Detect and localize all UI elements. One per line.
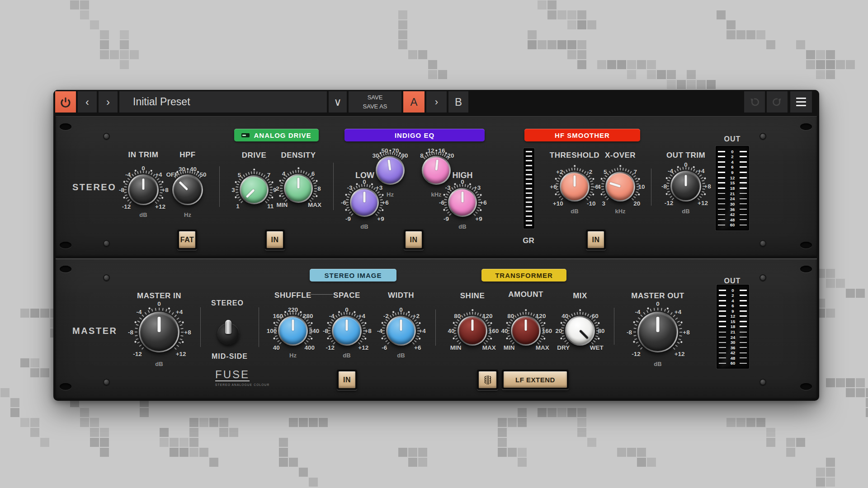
knob-body[interactable] (174, 176, 202, 204)
knob-body[interactable] (387, 317, 415, 344)
section-header-label: TRANSFORMER (495, 272, 553, 279)
tick-label: 0 (656, 300, 660, 307)
meter-scale-number: 12 (727, 314, 739, 319)
meter-scale-number: 60 (727, 361, 739, 366)
preset-name-field[interactable]: Initial Preset (119, 91, 327, 113)
tick-label: +6 (480, 199, 486, 206)
meter-led-right (740, 321, 747, 322)
meter-led-left (718, 198, 725, 199)
meter-led-left (718, 219, 725, 220)
meter-led-left (719, 337, 726, 338)
lf-extend-button[interactable]: LF EXTEND (502, 370, 569, 389)
in-hf-button[interactable]: IN (586, 230, 606, 250)
preset-dropdown-button[interactable]: ∨ (329, 91, 347, 113)
panel-screw (103, 379, 110, 385)
knob-body[interactable] (279, 317, 307, 344)
in-image-button[interactable]: IN (337, 370, 357, 390)
undo-button[interactable] (744, 91, 765, 113)
section-header-transformer: TRANSFORMER (481, 269, 566, 282)
knob-body[interactable] (129, 176, 157, 204)
in-eq-button[interactable]: IN (404, 230, 424, 250)
knob-body[interactable] (672, 172, 700, 200)
knob-body[interactable] (566, 317, 594, 344)
knob-body[interactable] (333, 317, 360, 344)
tick-mark (657, 308, 658, 310)
fat-button[interactable]: FAT (177, 230, 197, 250)
button-face: LF EXTEND (504, 371, 567, 388)
meter-led-left (719, 332, 726, 333)
knob-body[interactable] (512, 317, 539, 344)
tick-label: +3 (474, 184, 481, 191)
knob-body[interactable] (351, 189, 377, 216)
meter-scale-number: 36 (726, 207, 738, 212)
meter-scale-number: 4 (726, 160, 738, 164)
meter-scale-number: 6 (726, 164, 738, 169)
meter-led-left (718, 172, 725, 173)
preset-next-button[interactable]: › (99, 91, 118, 113)
power-button[interactable] (55, 91, 76, 113)
tick-label: +12 (155, 203, 165, 210)
tick-label: 120 (482, 312, 493, 319)
redo-button[interactable] (767, 91, 788, 113)
stereo-midside-toggle[interactable] (216, 319, 241, 345)
meter-led-right (740, 295, 747, 296)
meter-led (526, 174, 532, 175)
knob-body[interactable] (285, 175, 311, 202)
knob-body[interactable] (561, 173, 588, 200)
meter-row: 24 (719, 335, 747, 339)
meter-scale-number: 0 (726, 149, 738, 154)
save-button[interactable]: SAVE (368, 93, 383, 102)
tick-label: +9 (475, 216, 482, 222)
knob-label: X-OVER (605, 151, 636, 160)
tick-label: 20 (447, 152, 454, 159)
knob-pointer (363, 192, 366, 202)
knob-ring (350, 188, 379, 217)
in-drive-button[interactable]: IN (265, 230, 285, 250)
meter-row: 48 (719, 356, 747, 360)
ab-compare-a-button[interactable]: A (403, 91, 425, 113)
knob-body[interactable] (140, 313, 178, 351)
knob-body[interactable] (377, 157, 403, 183)
meter-led-right (740, 156, 747, 157)
knob-body[interactable] (459, 317, 486, 344)
knob-pointer (292, 319, 294, 331)
ab-copy-button[interactable]: › (426, 91, 447, 113)
tick-label: 400 (305, 344, 315, 351)
meter-led-right (740, 166, 747, 168)
tick-mark (633, 332, 636, 333)
knob-body[interactable] (241, 177, 267, 203)
knob-ring (128, 174, 159, 205)
meter-led-left (719, 342, 726, 343)
meter-row: 21 (718, 191, 747, 196)
xfmr-ratio-button[interactable] (477, 370, 498, 390)
section-header-label: STEREO IMAGE (324, 272, 382, 279)
tick-label: -10 (587, 200, 596, 206)
meter-led-right (740, 219, 747, 220)
tick-mark (580, 312, 580, 314)
tick-mark (525, 312, 526, 314)
preset-prev-button[interactable]: ‹ (78, 91, 97, 113)
save-as-button[interactable]: SAVE AS (363, 102, 387, 111)
knob-body[interactable] (639, 313, 677, 351)
knob-label: MIX (573, 291, 587, 300)
tick-label: 0 (142, 165, 145, 172)
tick-label: -4 (125, 171, 131, 178)
menu-button[interactable] (790, 91, 812, 113)
toggle-lever (225, 320, 231, 334)
panel-screw (760, 240, 766, 247)
tick-label: MAX (482, 344, 496, 351)
panel-screw (103, 133, 110, 140)
tick-dot (187, 168, 189, 170)
brand-logo: FUSE STEREO ANALOGUE COLOUR (215, 369, 269, 386)
tick-label: 30 (179, 165, 185, 172)
meter-led-right (740, 363, 747, 364)
section-divider (200, 307, 201, 347)
knob-body[interactable] (607, 173, 634, 200)
button-face: IN (267, 231, 283, 248)
ab-compare-b-button[interactable]: B (448, 91, 468, 113)
knob-body[interactable] (423, 157, 449, 183)
tick-mark (298, 170, 299, 173)
knob-body[interactable] (449, 189, 476, 216)
tick-label: +2 (413, 312, 420, 319)
rack-label-master: MASTER (72, 326, 117, 336)
